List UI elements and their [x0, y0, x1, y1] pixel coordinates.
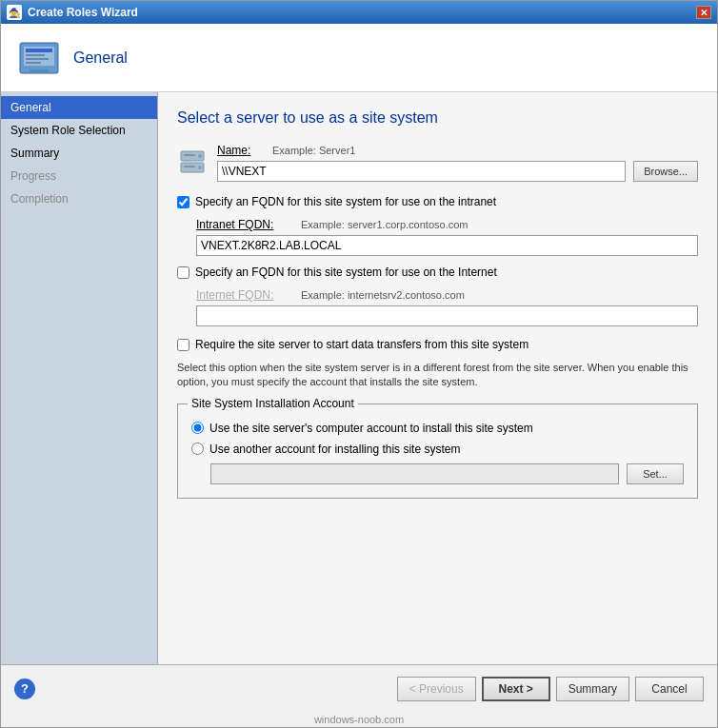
- intranet-checkbox-label[interactable]: Specify an FQDN for this site system for…: [195, 195, 496, 208]
- wizard-icon: [16, 35, 62, 81]
- intranet-checkbox-row: Specify an FQDN for this site system for…: [177, 195, 698, 208]
- radio1-label[interactable]: Use the site server's computer account t…: [209, 422, 533, 435]
- site-system-installation-account-group: Site System Installation Account Use the…: [177, 403, 698, 499]
- set-button[interactable]: Set...: [627, 463, 684, 484]
- cancel-button[interactable]: Cancel: [635, 677, 704, 701]
- name-label: Name:: [217, 144, 265, 157]
- svg-rect-11: [184, 154, 195, 156]
- svg-rect-4: [26, 58, 49, 60]
- svg-rect-5: [26, 62, 41, 64]
- require-checkbox-row: Require the site server to start data tr…: [177, 338, 698, 351]
- sidebar: General System Role Selection Summary Pr…: [1, 92, 158, 664]
- close-button[interactable]: ✕: [696, 6, 711, 19]
- intranet-fqdn-example: Example: server1.corp.contoso.com: [301, 219, 468, 230]
- radio2-label[interactable]: Use another account for installing this …: [209, 443, 460, 456]
- page-title: Select a server to use as a site system: [177, 109, 698, 127]
- radio-another-account[interactable]: [191, 443, 204, 455]
- header-title: General: [73, 49, 128, 67]
- internet-fqdn-label: Internet FQDN:: [196, 288, 291, 302]
- radio1-row: Use the site server's computer account t…: [191, 422, 684, 435]
- server-name-input[interactable]: [217, 161, 626, 182]
- previous-button[interactable]: < Previous: [397, 677, 476, 701]
- internet-section: Internet FQDN: Example: internetsrv2.con…: [196, 288, 698, 326]
- group-box-title: Site System Installation Account: [188, 397, 358, 410]
- svg-rect-12: [184, 166, 195, 167]
- internet-checkbox-row: Specify an FQDN for this site system for…: [177, 266, 698, 279]
- require-checkbox-label[interactable]: Require the site server to start data tr…: [195, 338, 529, 351]
- radio-computer-account[interactable]: [191, 422, 204, 434]
- intranet-section: Intranet FQDN: Example: server1.corp.con…: [196, 218, 698, 256]
- require-checkbox[interactable]: [177, 339, 189, 351]
- footer: ? < Previous Next > Summary Cancel: [1, 664, 717, 712]
- watermark: windows-noob.com: [1, 712, 717, 727]
- intranet-fqdn-input[interactable]: [196, 235, 698, 256]
- header: General: [1, 24, 717, 92]
- wizard-window: 🧙 Create Roles Wizard ✕ General General: [0, 0, 718, 728]
- help-button[interactable]: ?: [14, 679, 35, 699]
- sidebar-item-general[interactable]: General: [1, 96, 157, 119]
- server-name-section: Name: Example: Server1 Browse...: [177, 144, 698, 182]
- name-example: Example: Server1: [272, 145, 355, 156]
- browse-button[interactable]: Browse...: [633, 161, 698, 182]
- internet-fqdn-example: Example: internetsrv2.contoso.com: [301, 289, 465, 301]
- internet-checkbox[interactable]: [177, 266, 189, 279]
- sidebar-item-progress: Progress: [1, 165, 157, 187]
- content-area: General System Role Selection Summary Pr…: [1, 92, 717, 664]
- sidebar-item-completion: Completion: [1, 187, 157, 210]
- internet-checkbox-label[interactable]: Specify an FQDN for this site system for…: [195, 266, 497, 279]
- sidebar-item-system-role-selection[interactable]: System Role Selection: [1, 119, 157, 142]
- svg-rect-2: [26, 49, 52, 52]
- svg-rect-6: [30, 69, 49, 72]
- name-section: Name: Example: Server1 Browse...: [217, 144, 698, 182]
- svg-point-10: [198, 166, 202, 169]
- window-icon: 🧙: [7, 5, 22, 20]
- internet-fqdn-input[interactable]: [196, 305, 698, 326]
- window-title: Create Roles Wizard: [28, 6, 138, 19]
- main-panel: Select a server to use as a site system: [158, 92, 717, 664]
- title-bar: 🧙 Create Roles Wizard ✕: [1, 1, 717, 24]
- svg-point-9: [198, 154, 202, 158]
- svg-rect-3: [26, 54, 45, 56]
- summary-button[interactable]: Summary: [556, 677, 629, 701]
- intranet-checkbox[interactable]: [177, 196, 189, 208]
- account-input-row: Set...: [210, 463, 684, 484]
- require-note: Select this option when the site system …: [177, 361, 698, 390]
- next-button[interactable]: Next >: [482, 677, 550, 701]
- intranet-fqdn-label: Intranet FQDN:: [196, 218, 291, 231]
- server-icon: [177, 148, 208, 178]
- sidebar-item-summary[interactable]: Summary: [1, 142, 157, 165]
- radio2-row: Use another account for installing this …: [191, 443, 684, 456]
- account-input[interactable]: [210, 463, 619, 484]
